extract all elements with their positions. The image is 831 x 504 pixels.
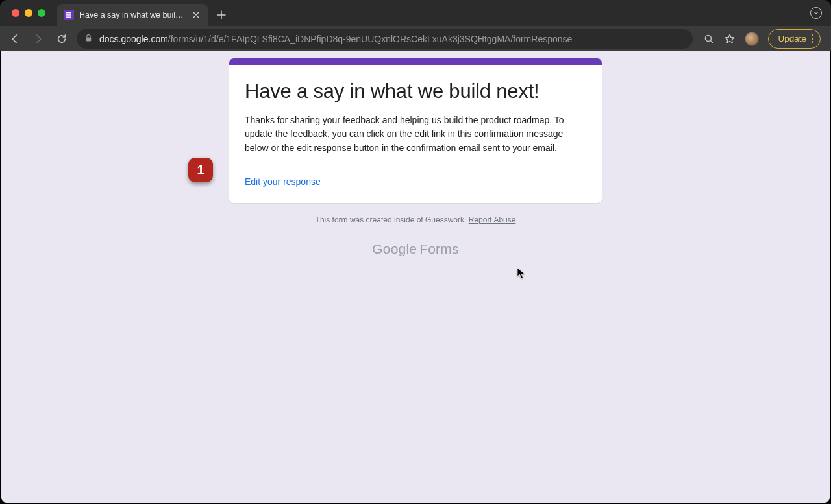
update-button[interactable]: Update (768, 29, 821, 49)
update-label: Update (778, 34, 806, 43)
profile-avatar[interactable] (745, 32, 759, 46)
new-tab-button[interactable] (208, 4, 235, 26)
menu-dots-icon (812, 34, 813, 43)
svg-rect-3 (86, 37, 92, 41)
brand-google: Google (372, 241, 417, 256)
tab-title: Have a say in what we build ne (79, 10, 186, 19)
form-container: Have a say in what we build next! Thanks… (229, 58, 602, 257)
address-bar[interactable]: docs.google.com/forms/u/1/d/e/1FAIpQLSfi… (77, 29, 693, 49)
tab-strip: Have a say in what we build ne (0, 0, 831, 26)
toolbar-right: Update (699, 29, 825, 49)
tab-close-button[interactable] (191, 10, 201, 20)
forward-button[interactable] (30, 30, 47, 47)
annotation-badge-1-label: 1 (197, 163, 204, 178)
browser-tab[interactable]: Have a say in what we build ne (57, 4, 208, 26)
close-window-button[interactable] (12, 9, 19, 17)
minimize-window-button[interactable] (25, 9, 32, 17)
confirmation-card: Have a say in what we build next! Thanks… (229, 58, 602, 204)
page-viewport: Have a say in what we build next! Thanks… (1, 51, 830, 503)
maximize-window-button[interactable] (38, 9, 45, 17)
form-title: Have a say in what we build next! (245, 79, 586, 104)
browser-toolbar: docs.google.com/forms/u/1/d/e/1FAIpQLSfi… (0, 26, 831, 51)
browser-chrome: Have a say in what we build ne docs.go (0, 0, 831, 51)
forms-favicon-icon (64, 10, 74, 20)
url-path: /forms/u/1/d/e/1FAIpQLSfi8CA_iDNPfipD8q-… (168, 34, 572, 44)
tab-overflow-icon[interactable] (810, 7, 822, 19)
form-description: Thanks for sharing your feedback and hel… (245, 114, 586, 156)
svg-rect-0 (66, 12, 71, 14)
disclaimer-text: This form was created inside of Guesswor… (316, 215, 469, 224)
window-controls (5, 9, 57, 17)
report-abuse-link[interactable]: Report Abuse (469, 215, 516, 224)
search-icon[interactable] (703, 33, 715, 45)
mouse-cursor-icon (517, 267, 526, 282)
form-disclaimer: This form was created inside of Guesswor… (229, 215, 602, 224)
url-text: docs.google.com/forms/u/1/d/e/1FAIpQLSfi… (99, 34, 572, 44)
lock-icon (84, 33, 93, 45)
annotation-badge-1: 1 (188, 158, 213, 182)
back-button[interactable] (6, 30, 23, 47)
brand-forms: Forms (419, 241, 459, 256)
svg-rect-1 (66, 14, 71, 16)
url-host: docs.google.com (99, 34, 168, 44)
edit-response-link[interactable]: Edit your response (245, 176, 321, 187)
svg-rect-2 (66, 16, 71, 18)
bookmark-star-icon[interactable] (724, 33, 736, 45)
reload-button[interactable] (53, 30, 70, 47)
google-forms-brand[interactable]: GoogleForms (229, 241, 602, 257)
